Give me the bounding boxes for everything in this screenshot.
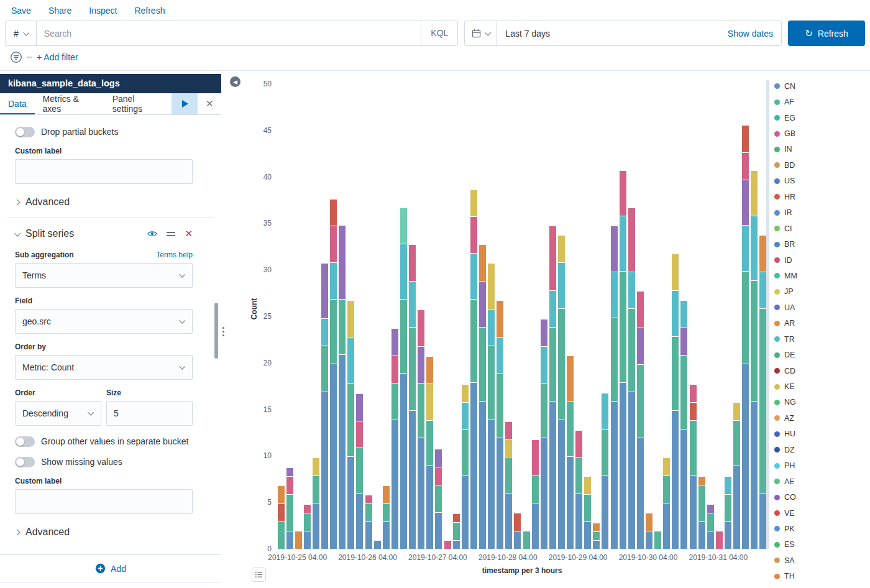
- legend-item[interactable]: AE: [774, 474, 861, 489]
- bar-segment[interactable]: [680, 355, 687, 429]
- legend-scrollbar[interactable]: [766, 80, 769, 549]
- bar-segment[interactable]: [392, 420, 398, 549]
- bar-segment[interactable]: [488, 309, 495, 346]
- bar-segment[interactable]: [339, 225, 346, 299]
- chevron-down-icon[interactable]: [14, 230, 21, 236]
- bar-segment[interactable]: [628, 392, 635, 549]
- stacked-bar[interactable]: [356, 393, 363, 549]
- stacked-bar[interactable]: [558, 235, 565, 549]
- bar-segment[interactable]: [497, 300, 503, 337]
- bar-segment[interactable]: [567, 402, 574, 457]
- bar-segment[interactable]: [278, 521, 285, 549]
- bar-segment[interactable]: [497, 438, 503, 549]
- bar-segment[interactable]: [646, 513, 652, 531]
- bar-segment[interactable]: [707, 504, 714, 513]
- bar-segment[interactable]: [514, 531, 521, 549]
- stacked-bar[interactable]: [716, 531, 723, 549]
- legend-item[interactable]: AF: [774, 94, 861, 109]
- stacked-bar[interactable]: [690, 384, 697, 549]
- legend-item[interactable]: TH: [774, 569, 861, 584]
- show-dates-link[interactable]: Show dates: [728, 29, 781, 39]
- stacked-bar[interactable]: [584, 476, 591, 549]
- stacked-bar[interactable]: [541, 319, 547, 549]
- bar-segment[interactable]: [742, 152, 749, 180]
- bar-segment[interactable]: [593, 523, 600, 531]
- bar-segment[interactable]: [295, 531, 302, 549]
- eye-icon[interactable]: [147, 229, 157, 239]
- panel-resize-handle[interactable]: [222, 325, 224, 338]
- bar-segment[interactable]: [742, 225, 749, 271]
- legend-item[interactable]: HR: [774, 189, 861, 204]
- legend-item[interactable]: CD: [774, 363, 861, 379]
- stacked-bar[interactable]: [611, 226, 618, 549]
- stacked-bar[interactable]: [365, 495, 372, 549]
- stacked-bar[interactable]: [628, 208, 635, 549]
- bar-segment[interactable]: [462, 402, 469, 430]
- terms-help-link[interactable]: Terms help: [156, 250, 193, 259]
- stacked-bar[interactable]: [330, 199, 337, 549]
- bar-segment[interactable]: [707, 513, 714, 531]
- bar-segment[interactable]: [620, 216, 626, 271]
- bar-segment[interactable]: [286, 476, 293, 494]
- bar-segment[interactable]: [488, 346, 495, 420]
- bar-segment[interactable]: [453, 540, 460, 549]
- bar-segment[interactable]: [742, 125, 749, 152]
- bar-segment[interactable]: [541, 346, 547, 383]
- stacked-bar[interactable]: [680, 300, 687, 549]
- bar-segment[interactable]: [541, 383, 547, 438]
- stacked-bar[interactable]: [488, 263, 495, 549]
- stacked-bar[interactable]: [374, 540, 381, 549]
- stacked-bar[interactable]: [759, 235, 766, 549]
- search-input[interactable]: [37, 29, 421, 39]
- stacked-bar[interactable]: [295, 531, 302, 549]
- bar-segment[interactable]: [321, 263, 328, 318]
- stacked-bar[interactable]: [444, 540, 451, 549]
- bar-segment[interactable]: [680, 429, 687, 549]
- tab-data[interactable]: Data: [0, 93, 35, 114]
- stacked-bar[interactable]: [418, 310, 424, 549]
- bar-segment[interactable]: [593, 540, 600, 549]
- bar-segment[interactable]: [532, 475, 539, 503]
- bar-segment[interactable]: [453, 522, 460, 540]
- bar-segment[interactable]: [751, 401, 758, 549]
- bar-segment[interactable]: [698, 476, 705, 485]
- bar-segment[interactable]: [637, 328, 644, 364]
- bar-segment[interactable]: [321, 346, 328, 392]
- order-select[interactable]: Descending: [15, 401, 101, 426]
- stacked-bar[interactable]: [751, 170, 758, 549]
- stacked-bar[interactable]: [383, 485, 390, 549]
- bar-segment[interactable]: [356, 393, 363, 421]
- custom-label-2-input[interactable]: [15, 489, 193, 514]
- bar-segment[interactable]: [435, 485, 442, 512]
- share-link[interactable]: Share: [48, 6, 71, 16]
- legend-item[interactable]: UA: [774, 300, 861, 315]
- bar-segment[interactable]: [646, 531, 652, 549]
- refresh-button[interactable]: ↻ Refresh: [788, 21, 865, 46]
- bar-segment[interactable]: [549, 290, 556, 327]
- legend-item[interactable]: JP: [774, 284, 861, 300]
- bar-segment[interactable]: [426, 420, 433, 466]
- bar-segment[interactable]: [347, 456, 354, 549]
- bar-segment[interactable]: [620, 271, 626, 382]
- bar-segment[interactable]: [418, 383, 424, 438]
- legend-item[interactable]: IN: [774, 142, 861, 157]
- legend-item[interactable]: HU: [774, 426, 861, 442]
- bar-segment[interactable]: [654, 531, 661, 549]
- legend-item[interactable]: AZ: [774, 410, 861, 426]
- bar-segment[interactable]: [514, 513, 521, 531]
- legend-item[interactable]: US: [774, 173, 861, 189]
- legend-item[interactable]: CI: [774, 221, 861, 236]
- bar-segment[interactable]: [339, 299, 346, 354]
- bar-segment[interactable]: [356, 421, 363, 448]
- bar-segment[interactable]: [759, 494, 766, 549]
- stacked-bar[interactable]: [409, 244, 416, 549]
- bar-segment[interactable]: [759, 235, 766, 272]
- bar-segment[interactable]: [409, 244, 416, 281]
- bar-segment[interactable]: [733, 466, 740, 549]
- bar-segment[interactable]: [347, 337, 354, 383]
- bar-segment[interactable]: [383, 503, 390, 521]
- editor-scrollbar[interactable]: [214, 303, 218, 359]
- bar-segment[interactable]: [532, 503, 539, 549]
- legend-item[interactable]: AR: [774, 316, 861, 331]
- bar-segment[interactable]: [707, 531, 714, 549]
